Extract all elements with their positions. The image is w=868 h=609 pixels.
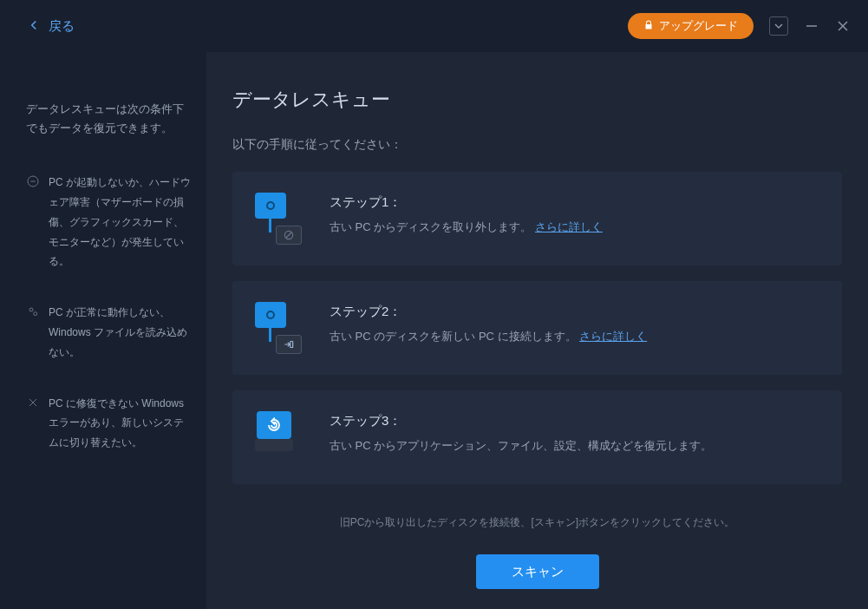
step-title: ステップ2：: [330, 304, 647, 320]
svg-rect-8: [290, 342, 293, 348]
cable-icon: [269, 217, 271, 232]
arrow-left-icon: [26, 17, 42, 36]
sidebar-item: PC が正常に動作しない、Windows ファイルを読み込めない。: [26, 303, 191, 362]
step-title: ステップ1：: [330, 194, 603, 211]
sidebar-item-text: PC が起動しないか、ハードウェア障害（マザーボードの損傷、グラフィックスカード…: [49, 173, 191, 272]
step-desc-text: 古い PC のディスクを新しい PC に接続します。: [330, 330, 577, 343]
step-desc: 古い PC からアプリケーション、ファイル、設定、構成などを復元します。: [330, 438, 712, 454]
cable-icon: [269, 326, 271, 342]
minimize-button[interactable]: [804, 18, 819, 34]
upgrade-button[interactable]: アップグレード: [628, 13, 754, 39]
step-desc-text: 古い PC からアプリケーション、ファイル、設定、構成などを復元します。: [330, 439, 712, 452]
step-card-3: ステップ3： 古い PC からアプリケーション、ファイル、設定、構成などを復元し…: [232, 390, 842, 484]
step-card-1: ステップ1： 古い PC からディスクを取り外します。 さらに詳しく: [232, 172, 842, 265]
sidebar-intro: データレスキューは次の条件下でもデータを復元できます。: [26, 100, 191, 138]
sidebar: データレスキューは次の条件下でもデータを復元できます。 PC が起動しないか、ハ…: [0, 52, 206, 609]
step-desc-text: 古い PC からディスクを取り外します。: [330, 220, 532, 233]
sidebar-item: PC が起動しないか、ハードウェア障害（マザーボードの損傷、グラフィックスカード…: [26, 173, 191, 272]
disk-icon: [255, 193, 286, 219]
step2-icon: [255, 302, 303, 354]
step3-icon: [255, 411, 303, 463]
step-desc: 古い PC のディスクを新しい PC に接続します。 さらに詳しく: [330, 329, 647, 344]
disk-icon: [255, 302, 286, 328]
disk-error-icon: [26, 173, 40, 272]
layout: データレスキューは次の条件下でもデータを復元できます。 PC が起動しないか、ハ…: [0, 52, 868, 609]
back-label: 戻る: [49, 18, 75, 35]
tools-icon: [26, 394, 40, 453]
step-body: ステップ3： 古い PC からアプリケーション、ファイル、設定、構成などを復元し…: [330, 411, 712, 454]
svg-line-7: [286, 232, 292, 239]
main-panel: データレスキュー 以下の手順に従ってください： ステップ1： 古い PC からデ…: [206, 52, 868, 609]
lock-icon: [643, 20, 654, 33]
step-card-2: ステップ2： 古い PC のディスクを新しい PC に接続します。 さらに詳しく: [232, 281, 842, 375]
titlebar: 戻る アップグレード: [0, 0, 868, 52]
svg-point-5: [34, 312, 37, 316]
titlebar-controls: アップグレード: [628, 13, 851, 39]
close-icon: [837, 20, 849, 32]
page-title: データレスキュー: [232, 87, 842, 113]
step-title: ステップ3：: [330, 413, 712, 429]
back-button[interactable]: 戻る: [26, 17, 75, 36]
upgrade-label: アップグレード: [659, 18, 738, 34]
step-body: ステップ2： 古い PC のディスクを新しい PC に接続します。 さらに詳しく: [330, 302, 647, 344]
learn-more-link[interactable]: さらに詳しく: [579, 330, 647, 343]
scan-button[interactable]: スキャン: [476, 554, 599, 589]
step-desc: 古い PC からディスクを取り外します。 さらに詳しく: [330, 219, 603, 235]
step-body: ステップ1： 古い PC からディスクを取り外します。 さらに詳しく: [330, 193, 603, 235]
gears-icon: [26, 303, 40, 362]
minimize-icon: [806, 20, 818, 32]
learn-more-link[interactable]: さらに詳しく: [535, 220, 603, 233]
sidebar-item-text: PC が正常に動作しない、Windows ファイルを読み込めない。: [49, 303, 191, 362]
step1-icon: [255, 193, 303, 245]
close-button[interactable]: [835, 18, 851, 34]
sidebar-item-text: PC に修復できない Windows エラーがあり、新しいシステムに切り替えたい…: [49, 394, 191, 453]
scan-hint: 旧PCから取り出したディスクを接続後、[スキャン]ボタンをクリックしてください。: [232, 515, 842, 530]
restore-icon: [257, 411, 291, 439]
sidebar-item: PC に修復できない Windows エラーがあり、新しいシステムに切り替えたい…: [26, 394, 191, 453]
dropdown-button[interactable]: [769, 16, 788, 36]
page-subtitle: 以下の手順に従ってください：: [232, 137, 842, 153]
connect-icon: [276, 335, 302, 354]
svg-point-4: [29, 308, 33, 311]
prohibit-icon: [276, 226, 302, 245]
chevron-down-icon: [774, 22, 783, 30]
